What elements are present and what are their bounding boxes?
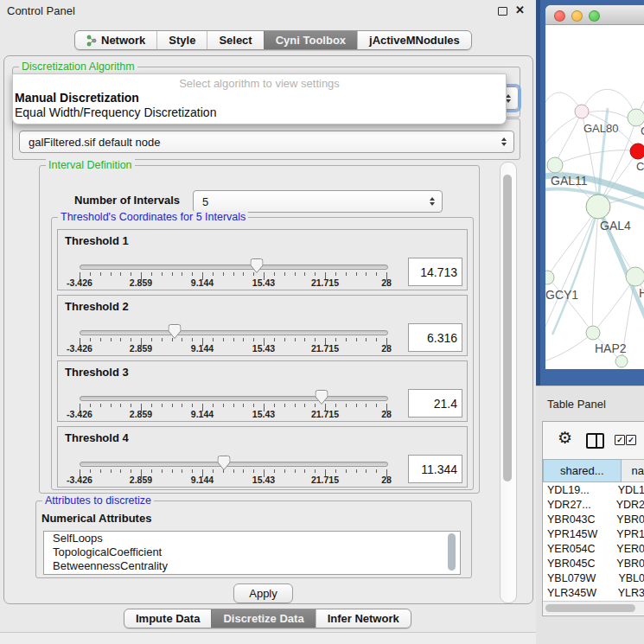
- slider-track[interactable]: [80, 396, 388, 401]
- numerical-attributes-heading: Numerical Attributes: [41, 512, 151, 525]
- cell-name: YLR3: [606, 587, 644, 599]
- network-node[interactable]: [547, 157, 563, 173]
- threshold-value-field[interactable]: 14.713: [408, 258, 462, 286]
- table-row[interactable]: YDR27...YDR2: [543, 497, 644, 512]
- algorithm-option-manual[interactable]: Manual Discretization: [15, 91, 139, 105]
- network-node[interactable]: [586, 194, 610, 219]
- threshold-value-field[interactable]: 6.316: [408, 323, 462, 352]
- settings-scrollbar-thumb[interactable]: [503, 175, 512, 481]
- gear-icon[interactable]: ⚙: [558, 430, 572, 446]
- table-data-combobox[interactable]: galFiltered.sif default node: [19, 131, 514, 153]
- slider-tick: [253, 338, 254, 341]
- column-header-shared[interactable]: shared...: [543, 459, 622, 482]
- slider-thumb[interactable]: [217, 456, 230, 470]
- slider-tick: [274, 404, 275, 407]
- attribute-list-item[interactable]: TopologicalCoefficient: [44, 545, 460, 559]
- slider-tick: [243, 338, 244, 341]
- slider-tick: [172, 272, 173, 276]
- slider-tick: [304, 272, 305, 276]
- attributes-list-scrollbar[interactable]: [448, 533, 456, 571]
- network-node-label: H: [639, 286, 644, 300]
- slider-tick: [233, 469, 234, 473]
- network-node[interactable]: [575, 105, 589, 118]
- column-header-name[interactable]: na: [622, 459, 644, 482]
- slider-tick: [223, 338, 224, 341]
- tab-cyni-toolbox[interactable]: Cyni Toolbox: [264, 31, 357, 49]
- network-window-titlebar[interactable]: [545, 5, 644, 25]
- slider-thumb[interactable]: [250, 258, 263, 273]
- tab-impute-data[interactable]: Impute Data: [124, 609, 211, 628]
- slider-track[interactable]: [80, 330, 388, 335]
- slider-thumb[interactable]: [169, 324, 182, 339]
- slider-tick: [120, 338, 121, 341]
- slider-track[interactable]: [80, 462, 388, 467]
- algorithm-hint-item[interactable]: Select algorithm to view settings: [13, 77, 506, 90]
- slider-tick: [233, 272, 234, 276]
- slider-track[interactable]: [80, 265, 388, 270]
- network-canvas[interactable]: GAL80GACGAL11GAL4GCY1HHAP2: [545, 25, 644, 369]
- number-of-intervals-combobox[interactable]: 5: [193, 190, 443, 213]
- slider-tick: [243, 469, 244, 473]
- minimize-traffic-light[interactable]: [571, 10, 583, 22]
- threshold-label: Threshold 3: [65, 366, 129, 379]
- network-node[interactable]: [630, 143, 644, 159]
- attributes-group: Attributes to discretize Numerical Attri…: [35, 501, 472, 578]
- table-row[interactable]: YBR045CYBR0: [543, 556, 644, 571]
- network-node[interactable]: [626, 267, 644, 286]
- table-body: YDL19...YDL1YDR27...YDR2YBR043CYBR0YPR14…: [543, 482, 644, 601]
- apply-button[interactable]: Apply: [233, 583, 293, 603]
- checked-checkbox-icon[interactable]: ✓: [626, 435, 636, 445]
- network-node[interactable]: [628, 109, 644, 126]
- table-row[interactable]: YER054CYER0: [543, 541, 644, 556]
- cell-shared-name: YLR345W: [543, 587, 606, 599]
- float-window-icon[interactable]: [498, 7, 507, 16]
- network-node[interactable]: [615, 355, 628, 367]
- tab-style[interactable]: Style: [156, 31, 207, 49]
- slider-tick: [376, 404, 377, 407]
- tab-select[interactable]: Select: [207, 31, 263, 49]
- table-hscrollbar-track[interactable]: [543, 601, 644, 615]
- attribute-list-item[interactable]: SelfLoops: [44, 532, 460, 545]
- checked-checkbox-icon[interactable]: ✓: [615, 435, 625, 445]
- close-icon[interactable]: ✕: [515, 3, 525, 16]
- slider-tick: [192, 338, 193, 341]
- network-view-frame[interactable]: GAL80GACGAL11GAL4GCY1HHAP2: [536, 0, 644, 386]
- apply-button-label: Apply: [249, 587, 277, 600]
- algorithm-option-equal-width[interactable]: Equal Width/Frequency Discretization: [15, 105, 216, 119]
- slider-tick-label: 15.43: [252, 475, 275, 485]
- slider-tick: [162, 338, 163, 341]
- settings-scrollbar-track[interactable]: [500, 162, 517, 603]
- threshold-value-field[interactable]: 21.4: [408, 389, 462, 418]
- close-traffic-light[interactable]: [554, 10, 565, 22]
- attribute-list-item[interactable]: BetweennessCentrality: [44, 559, 460, 573]
- slider-tick-label: 28: [381, 277, 392, 288]
- table-row[interactable]: YDL19...YDL1: [543, 482, 644, 497]
- slider-tick: [213, 469, 214, 473]
- network-node[interactable]: [545, 271, 554, 284]
- slider-thumb[interactable]: [316, 390, 328, 405]
- algorithm-dropdown-popup: Select algorithm to view settings Manual…: [12, 73, 507, 124]
- cyni-toolbox-panel: Discretization Algorithm Select algorith…: [3, 55, 533, 604]
- table-row[interactable]: YBL079WYBL0: [543, 571, 644, 585]
- tab-infer-network[interactable]: Infer Network: [316, 609, 411, 628]
- columns-icon[interactable]: [586, 433, 604, 449]
- slider-tick: [274, 469, 275, 473]
- threshold-value-field[interactable]: 11.344: [408, 455, 462, 483]
- slider-tick-label: -3.426: [67, 343, 92, 354]
- slider-tick: [253, 404, 254, 407]
- zoom-traffic-light[interactable]: [589, 10, 600, 22]
- table-panel-header: Table Panel: [536, 386, 644, 422]
- tab-discretize-data[interactable]: Discretize Data: [211, 609, 315, 628]
- table-row[interactable]: YLR345WYLR3: [543, 585, 644, 600]
- network-edge: [547, 277, 593, 333]
- slider-tick-label: -3.426: [67, 475, 92, 485]
- numerical-attributes-list[interactable]: SelfLoopsTopologicalCoefficientBetweenne…: [43, 531, 461, 575]
- tab-label: Style: [169, 34, 195, 47]
- network-node[interactable]: [586, 326, 600, 340]
- table-hscrollbar-thumb[interactable]: [545, 604, 635, 612]
- slider-tick: [131, 272, 131, 276]
- tab-network[interactable]: Network: [75, 31, 156, 49]
- table-row[interactable]: YPR145WYPR1: [543, 526, 644, 541]
- table-row[interactable]: YBR043CYBR0: [543, 512, 644, 526]
- tab-jactivemnodules[interactable]: jActiveMNodules: [357, 31, 471, 49]
